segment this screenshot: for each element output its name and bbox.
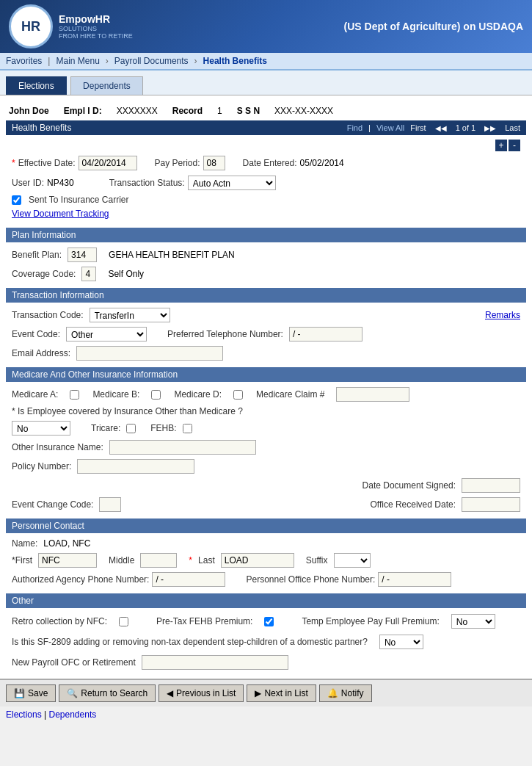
tab-dependents[interactable]: Dependents [70, 76, 143, 95]
other-section-header: Other [6, 593, 526, 608]
email-row: Email Address: [6, 344, 526, 363]
effective-date-text: Effective Date: [18, 158, 76, 168]
other-insurance-name-input[interactable] [109, 440, 256, 455]
auth-phone-input[interactable] [152, 572, 225, 587]
other-insurance-name-row: Other Insurance Name: [6, 438, 526, 457]
tricare-checkbox[interactable] [126, 424, 136, 433]
benefit-plan-name: GEHA HEALTH BENEFIT PLAN [109, 250, 235, 260]
event-code-select[interactable]: Other Birth Marriage Divorce [66, 327, 147, 342]
date-entered-value: 05/02/2014 [300, 158, 344, 168]
main-content: John Doe Empl I D: XXXXXXX Record 1 S S … [0, 95, 532, 679]
transaction-status-select[interactable]: Auto Actn Manual Pending [188, 176, 276, 190]
transaction-code-select[interactable]: TransferIn New Enrollment Cancel [90, 308, 170, 322]
transaction-code-label: Transaction Code: [12, 310, 84, 320]
retro-label: Retro collection by NFC: [12, 616, 107, 626]
nav-payroll-documents[interactable]: Payroll Documents [114, 56, 189, 66]
nav-main-menu[interactable]: Main Menu [56, 56, 99, 66]
event-code-row: Event Code: Other Birth Marriage Divorce… [6, 325, 526, 344]
view-document-tracking-link[interactable]: View Document Tracking [12, 209, 109, 219]
policy-number-row: Policy Number: [6, 457, 526, 476]
nav-favorites[interactable]: Favorites [6, 56, 42, 66]
event-change-code-input[interactable] [99, 497, 121, 512]
medicare-claim-input[interactable] [336, 387, 409, 402]
previous-list-button[interactable]: ◀ Previous in List [158, 684, 244, 702]
nav-arrow-1: › [106, 56, 109, 66]
temp-pay-select[interactable]: No Yes [451, 614, 495, 629]
next-list-button[interactable]: ▶ Next in List [247, 684, 316, 702]
record-label: Record [172, 106, 203, 116]
tab-elections[interactable]: Elections [6, 76, 67, 95]
ssn-value: XXX-XX-XXXX [274, 106, 333, 116]
elections-link[interactable]: Elections [6, 709, 42, 720]
coverage-code-input[interactable] [81, 267, 96, 281]
logo-area: HR EmpowHR SOLUTIONSFROM HIRE TO RETIRE [9, 4, 133, 48]
pretax-checkbox[interactable] [264, 617, 274, 626]
sent-insurance-row: Sent To Insurance Carrier [6, 192, 526, 207]
personnel-phone-input[interactable] [378, 572, 451, 587]
user-id-group: User ID: NP430 [12, 178, 74, 188]
remove-row-button[interactable]: - [509, 140, 520, 151]
person-info-row: John Doe Empl I D: XXXXXXX Record 1 S S … [6, 101, 526, 120]
find-link[interactable]: Find [347, 123, 362, 132]
personnel-phone-label: Personnel Office Phone Number: [246, 574, 375, 585]
user-id-value: NP430 [47, 178, 74, 188]
nav-arrow-2: › [194, 56, 197, 66]
temp-pay-label: Temp Employee Pay Full Premium: [302, 616, 439, 626]
header-title: (US Dept of Agriculture) on USDAQA [344, 21, 523, 32]
medicare-a-checkbox[interactable] [70, 390, 79, 400]
pay-period-input[interactable] [203, 156, 225, 170]
app-header: HR EmpowHR SOLUTIONSFROM HIRE TO RETIRE … [0, 0, 532, 53]
benefit-plan-input[interactable] [68, 247, 97, 262]
of-label: 1 of 1 [456, 123, 476, 132]
previous-list-icon: ◀ [167, 688, 173, 698]
date-doc-input[interactable] [462, 478, 520, 493]
return-search-button[interactable]: 🔍 Return to Search [59, 684, 156, 702]
return-search-label: Return to Search [81, 688, 147, 698]
last-name-input[interactable] [221, 553, 294, 568]
policy-number-input[interactable] [77, 459, 194, 474]
preferred-phone-input[interactable] [289, 327, 362, 342]
personnel-phone-group: Personnel Office Phone Number: [246, 572, 451, 587]
remarks-link[interactable]: Remarks [485, 310, 520, 320]
next-list-icon: ▶ [255, 688, 261, 698]
covered-select-row: No Yes Tricare: FEHB: [6, 419, 526, 438]
plus-minus-controls: + - [495, 140, 520, 151]
new-payroll-input[interactable] [142, 655, 288, 670]
email-input[interactable] [76, 346, 223, 361]
fehb-label: FEHB: [150, 423, 176, 433]
transaction-code-row: Transaction Code: TransferIn New Enrollm… [6, 306, 526, 325]
covered-select[interactable]: No Yes [12, 421, 70, 436]
sf-answer-select[interactable]: No Yes [379, 635, 423, 649]
personnel-name-row: Name: LOAD, NFC [6, 536, 526, 551]
auth-phone-label: Authorized Agency Phone Number: [12, 574, 149, 585]
bottom-links-row: Elections | Dependents [0, 707, 532, 723]
first-name-input[interactable] [38, 553, 97, 568]
add-row-button[interactable]: + [495, 140, 507, 151]
effective-date-input[interactable] [79, 156, 137, 170]
covered-row: * Is Employee covered by Insurance Other… [6, 404, 526, 419]
suffix-select[interactable]: Jr Sr II III [334, 553, 371, 568]
health-benefits-header: Health Benefits Find | View All First ◀◀… [6, 120, 526, 135]
office-received-input[interactable] [462, 497, 520, 512]
view-all-link[interactable]: View All [376, 123, 404, 132]
personnel-name-fields-row: *First Middle * Last Suffix Jr Sr II III [6, 551, 526, 570]
fehb-checkbox[interactable] [183, 424, 192, 433]
logo-subtext: SOLUTIONSFROM HIRE TO RETIRE [59, 25, 133, 40]
nav-last-button[interactable]: ▶▶ [481, 123, 499, 133]
dependents-link[interactable]: Dependents [49, 709, 97, 720]
medicare-d-checkbox[interactable] [233, 390, 243, 400]
retro-row: Retro collection by NFC: Pre-Tax FEHB Pr… [6, 611, 526, 632]
personnel-name-label: Name: [12, 538, 37, 549]
retro-checkbox[interactable] [119, 617, 128, 626]
notify-button[interactable]: 🔔 Notify [319, 684, 372, 702]
bottom-toolbar: 💾 Save 🔍 Return to Search ◀ Previous in … [0, 679, 532, 707]
medicare-b-checkbox[interactable] [151, 390, 161, 400]
save-button[interactable]: 💾 Save [6, 684, 56, 702]
sent-insurance-checkbox[interactable] [12, 195, 21, 205]
nav-first-button[interactable]: ◀◀ [432, 123, 450, 133]
transaction-info-header: Transaction Information [6, 288, 526, 303]
last-name-label: * [189, 555, 192, 566]
covered-label: * Is Employee covered by Insurance Other… [12, 406, 243, 416]
pretax-label: Pre-Tax FEHB Premium: [156, 616, 252, 626]
middle-name-input[interactable] [140, 553, 177, 568]
